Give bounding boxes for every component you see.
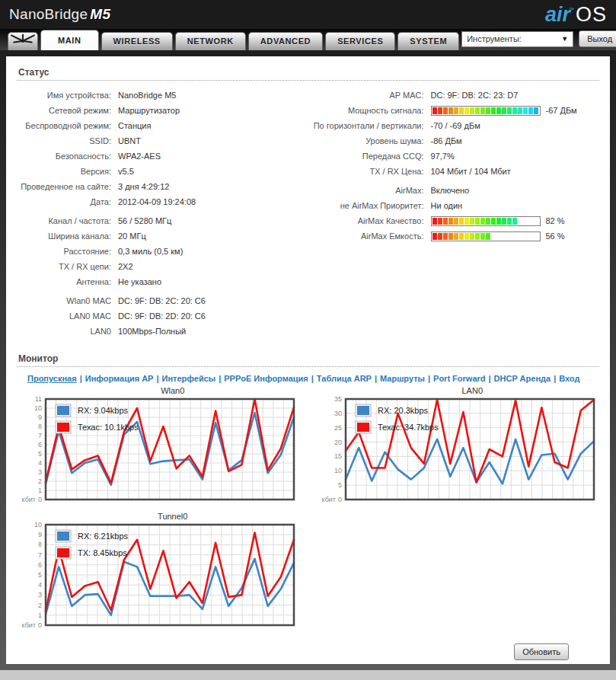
status-value: WPA2-AES xyxy=(118,151,161,161)
main-tabbar: MAINWIRELESSNETWORKADVANCEDSERVICESSYSTE… xyxy=(0,29,616,50)
status-value-text: -67 ДБм xyxy=(546,105,577,116)
status-value: -67 ДБм xyxy=(431,105,577,116)
status-label: Сетевой режим: xyxy=(17,105,111,116)
status-value-text: UBNT xyxy=(118,136,141,146)
svg-text:5: 5 xyxy=(38,450,42,458)
legend-label: TX: 8.45kbps xyxy=(78,548,127,557)
monitor-link-маршруты[interactable]: Маршруты xyxy=(380,374,425,383)
status-value-text: -70 / -69 дБм xyxy=(431,120,480,131)
charts-grid: Wlan001234567891011кбитRX: 9.04kbpsТехас… xyxy=(17,386,599,633)
svg-text:25: 25 xyxy=(334,424,341,432)
chart-canvas-wlan0: 01234567891011кбитRX: 9.04kbpsТехас: 10.… xyxy=(17,396,298,507)
link-separator: | xyxy=(219,374,221,383)
airos-logo-os: OS xyxy=(576,3,607,26)
status-right-column: AP MAC:DC: 9F: DB: 2C: 23: D7Мощность си… xyxy=(308,90,600,341)
status-value: 56 / 5280 МГц xyxy=(118,215,171,226)
status-value-text: 20 МГц xyxy=(118,231,146,241)
tab-system[interactable]: SYSTEM xyxy=(397,32,459,50)
status-value: Ни один xyxy=(431,200,463,211)
status-left-column: Имя устройства:NanoBridge M5Сетевой режи… xyxy=(17,90,308,341)
link-separator: | xyxy=(311,374,314,383)
tools-select[interactable]: Инструменты: ▼ xyxy=(461,31,573,47)
svg-text:9: 9 xyxy=(38,413,42,421)
status-row: не AirMax Приоритет:Ни один xyxy=(308,200,600,211)
status-value: 2X2 xyxy=(118,261,133,272)
logout-button[interactable]: Выход xyxy=(579,30,616,47)
device-brand-logo: NanoBridgeM5 xyxy=(9,6,110,23)
svg-text:3: 3 xyxy=(38,591,42,599)
refresh-row: Обновить xyxy=(17,633,599,660)
monitor-link-pppoe-информация[interactable]: PPPoE Информация xyxy=(224,374,308,383)
status-value: 82 % xyxy=(431,215,565,226)
status-value: Маршрутизатор xyxy=(118,105,180,116)
tab-services[interactable]: SERVICES xyxy=(325,32,395,50)
status-row: Расстояние:0,3 миль (0,5 км) xyxy=(17,246,308,257)
monitor-link-пропускная[interactable]: Пропускная xyxy=(27,374,77,383)
status-value-text: 0,3 миль (0,5 км) xyxy=(118,246,183,257)
status-value: UBNT xyxy=(118,136,141,146)
status-value-text: DC: 9F: DB: 2D: 20: C6 xyxy=(118,311,206,321)
svg-text:0: 0 xyxy=(337,496,341,503)
status-row: TX / RX Цена:104 Мбит / 104 Мбит xyxy=(308,166,600,177)
status-value: 0,3 миль (0,5 км) xyxy=(118,246,183,257)
svg-text:кбит: кбит xyxy=(22,496,36,503)
status-label: По горизонтали / вертикали: xyxy=(308,120,424,131)
status-value: 97,7% xyxy=(431,151,455,161)
svg-text:3: 3 xyxy=(38,468,42,476)
status-row: По горизонтали / вертикали:-70 / -69 дБм xyxy=(308,120,600,131)
svg-text:кбит: кбит xyxy=(22,621,36,629)
tabbar-right-controls: Инструменты: ▼ Выход xyxy=(461,30,616,50)
status-value: v5.5 xyxy=(118,166,134,177)
tab-network[interactable]: NETWORK xyxy=(175,32,246,50)
status-label: Мощность сигнала: xyxy=(308,105,424,116)
link-separator: | xyxy=(554,374,556,383)
airos-page: { "header": { "brand": "NanoBridge", "mo… xyxy=(0,0,616,680)
monitor-link-таблица-arp[interactable]: Таблица ARP xyxy=(317,374,372,383)
link-separator: | xyxy=(375,374,377,383)
status-value: Станция xyxy=(118,120,151,131)
brand-name: NanoBridge xyxy=(9,6,88,22)
link-separator: | xyxy=(80,374,82,383)
status-value-text: DC: 9F: DB: 2C: 23: D7 xyxy=(431,90,519,101)
svg-text:1: 1 xyxy=(38,487,42,494)
status-label: SSID: xyxy=(17,136,111,146)
tab-main[interactable]: MAIN xyxy=(40,30,99,50)
status-row: Беспроводной режим:Станция xyxy=(17,120,308,131)
monitor-link-вход[interactable]: Вход xyxy=(559,374,579,383)
content-frame: Статус Имя устройства:NanoBridge M5Сетев… xyxy=(0,50,616,670)
status-value-text: -86 ДБм xyxy=(431,136,462,146)
status-value: 2012-04-09 19:24:08 xyxy=(118,196,196,207)
status-label: Версия: xyxy=(17,166,111,177)
status-value-text: 97,7% xyxy=(431,151,455,161)
status-value-text: 100Mbps-Полный xyxy=(118,326,186,337)
status-label: Уровень шума: xyxy=(308,136,424,146)
status-value: DC: 9F: DB: 2C: 23: D7 xyxy=(431,90,519,101)
status-row: AirMax Емкость:56 % xyxy=(308,231,600,241)
tab-advanced[interactable]: ADVANCED xyxy=(248,32,323,50)
status-row: Канал / частота:56 / 5280 МГц xyxy=(17,215,308,226)
rf-level-bar xyxy=(431,106,541,116)
monitor-link-port-forward[interactable]: Port Forward xyxy=(433,374,485,383)
status-value: -86 ДБм xyxy=(431,136,462,146)
status-value-text: NanoBridge M5 xyxy=(118,90,176,101)
svg-text:10: 10 xyxy=(34,404,42,412)
chevron-down-icon: ▼ xyxy=(561,35,568,43)
monitor-link-интерфейсы[interactable]: Интерфейсы xyxy=(162,374,216,383)
status-label: AP MAC: xyxy=(308,90,424,101)
chart-lan0: LAN005101520253035кбитRX: 20.3kbpsТехас:… xyxy=(317,386,600,507)
svg-text:8: 8 xyxy=(38,541,42,548)
tab-wireless[interactable]: WIRELESS xyxy=(101,32,173,50)
status-label: AirMax: xyxy=(308,185,424,196)
status-value: 104 Мбит / 104 Мбит xyxy=(431,166,511,177)
monitor-link-dhcp-аренда[interactable]: DHCP Аренда xyxy=(494,374,551,383)
link-separator: | xyxy=(156,374,158,383)
refresh-button[interactable]: Обновить xyxy=(514,643,569,660)
status-value-text: Станция xyxy=(118,120,151,131)
status-section-title: Статус xyxy=(17,65,599,81)
status-value: 56 % xyxy=(431,231,565,241)
tab-home-logo[interactable] xyxy=(8,32,38,50)
status-row: TX / RX цепи:2X2 xyxy=(17,261,308,272)
monitor-link-информация-ap[interactable]: Информация AP xyxy=(85,374,154,383)
svg-text:10: 10 xyxy=(334,467,341,474)
status-value: -70 / -69 дБм xyxy=(431,120,480,131)
